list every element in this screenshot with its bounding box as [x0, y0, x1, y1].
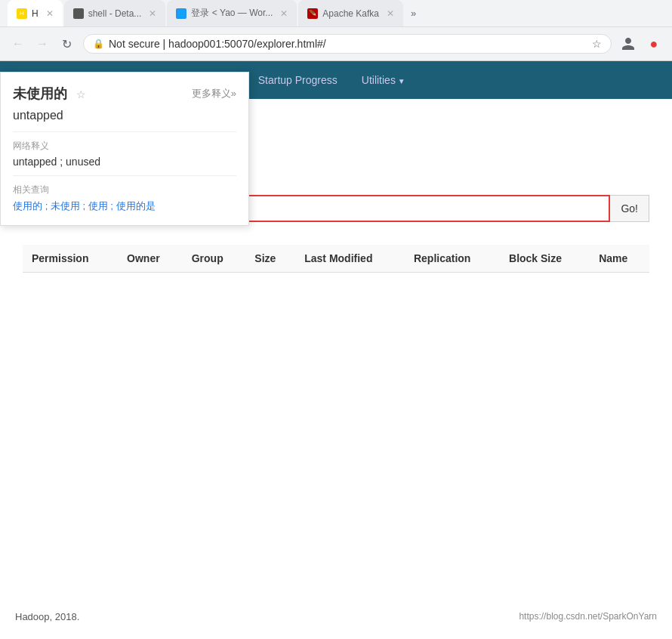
footer-text: Hadoop, 2018.	[15, 611, 79, 622]
col-permission: Permission	[23, 245, 118, 273]
tab-close-yao[interactable]: ✕	[280, 8, 288, 19]
nav-buttons: ← → ↻	[8, 33, 77, 54]
popup-network-def: untapped ; unused	[13, 156, 236, 168]
popup-star-icon[interactable]: ☆	[76, 88, 86, 100]
tab-hadoop[interactable]: H H ✕	[8, 0, 63, 27]
col-group: Group	[183, 245, 246, 273]
popup-related-3[interactable]: 使用	[88, 200, 108, 211]
yao-favicon: 🌐	[176, 8, 186, 19]
account-button[interactable]	[618, 33, 639, 54]
table-header-row: Permission Owner Group Size Last Modifie…	[23, 245, 649, 273]
forward-button[interactable]: →	[32, 33, 53, 54]
nav-item-utilities[interactable]: Utilities	[350, 63, 418, 97]
col-replication: Replication	[405, 245, 500, 273]
nav-item-startup-progress[interactable]: Startup Progress	[246, 63, 350, 97]
col-name: Name	[590, 245, 649, 273]
back-button[interactable]: ←	[8, 33, 29, 54]
address-bar[interactable]: 🔒 Not secure | hadoop001:50070/explorer.…	[83, 34, 612, 54]
popup-related-sep-2: ;	[82, 200, 88, 211]
tab-close-kafka[interactable]: ✕	[387, 8, 394, 19]
kafka-favicon: 🪶	[307, 8, 318, 19]
popup-related-2[interactable]: 未使用	[51, 200, 80, 211]
popup-related-1[interactable]: 使用的	[13, 200, 42, 211]
col-last-modified: Last Modified	[295, 245, 405, 273]
popup-more-button[interactable]: 更多释义»	[192, 87, 236, 100]
tab-kafka[interactable]: 🪶 Apache Kafka ✕	[298, 0, 403, 27]
tab-close-shell[interactable]: ✕	[149, 8, 156, 19]
browser-chrome: H H ✕ shell - Deta... ✕ 🌐 登录 < Yao — Wor…	[0, 0, 672, 61]
popup-related-items: 使用的 ; 未使用 ; 使用 ; 使用的是	[13, 199, 236, 213]
col-size: Size	[245, 245, 295, 273]
popup-word: 未使用的	[13, 86, 67, 101]
url-text: Not secure | hadoop001:50070/explorer.ht…	[109, 38, 587, 50]
menu-button[interactable]: ●	[643, 33, 664, 54]
popup-divider-1	[13, 131, 236, 132]
popup-word-container: 未使用的 ☆	[13, 85, 86, 103]
directory-table: Permission Owner Group Size Last Modifie…	[23, 245, 649, 273]
col-block-size: Block Size	[500, 245, 590, 273]
tab-kafka-label: Apache Kafka	[322, 8, 379, 19]
browser-action-icons: ●	[618, 33, 664, 54]
popup-related-sep-1: ;	[45, 200, 51, 211]
popup-header: 未使用的 ☆ 更多释义»	[13, 85, 236, 103]
tab-hadoop-label: H	[32, 8, 39, 19]
table-header: Permission Owner Group Size Last Modifie…	[23, 245, 649, 273]
browser-toolbar: ← → ↻ 🔒 Not secure | hadoop001:50070/exp…	[0, 27, 672, 60]
tabs-bar: H H ✕ shell - Deta... ✕ 🌐 登录 < Yao — Wor…	[0, 0, 672, 27]
tab-yao[interactable]: 🌐 登录 < Yao — Wor... ✕	[167, 0, 297, 27]
popup-related-sep-3: ;	[110, 200, 116, 211]
tab-close-hadoop[interactable]: ✕	[46, 8, 54, 19]
tab-yao-label: 登录 < Yao — Wor...	[191, 7, 273, 20]
popup-divider-2	[13, 175, 236, 176]
tab-shell-label: shell - Deta...	[88, 8, 142, 19]
shell-favicon	[73, 8, 84, 19]
translation-popup: 未使用的 ☆ 更多释义» untapped 网络释义 untapped ; un…	[0, 72, 249, 226]
col-owner: Owner	[118, 245, 183, 273]
footer-link: https://blog.csdn.net/SparkOnYarn	[519, 611, 657, 622]
hadoop-favicon: H	[17, 8, 27, 19]
tab-shell[interactable]: shell - Deta... ✕	[64, 0, 166, 27]
lock-icon: 🔒	[93, 39, 104, 49]
popup-network-label: 网络释义	[13, 140, 236, 153]
tabs-more-button[interactable]: »	[405, 8, 422, 19]
popup-translation: untapped	[13, 109, 236, 122]
bookmark-icon[interactable]: ☆	[592, 38, 602, 50]
popup-related-label: 相关查询	[13, 184, 236, 196]
reload-button[interactable]: ↻	[56, 33, 77, 54]
footer: Hadoop, 2018. https://blog.csdn.net/Spar…	[0, 594, 672, 639]
popup-related-4[interactable]: 使用的是	[116, 200, 156, 211]
go-button[interactable]: Go!	[610, 195, 649, 222]
